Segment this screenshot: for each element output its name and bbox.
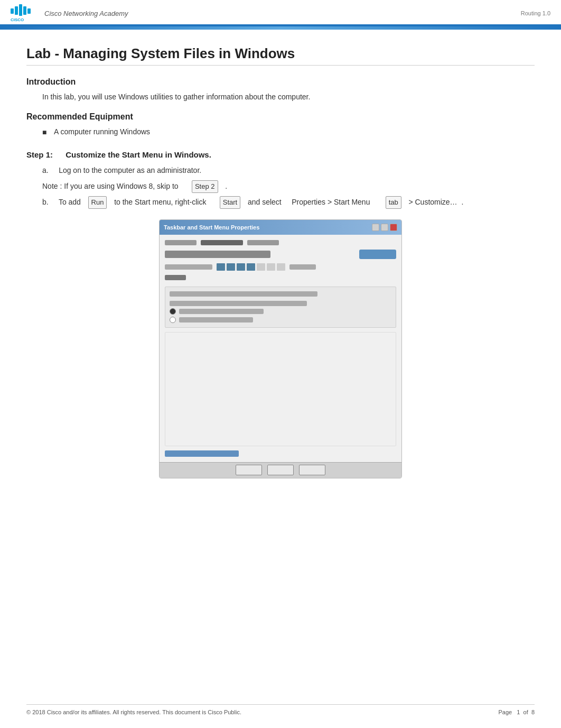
footer-copyright: © 2018 Cisco and/or its affiliates. All … (26, 709, 241, 715)
recommended-equipment-heading: Recommended Equipment (26, 112, 535, 122)
svg-rect-2 (19, 4, 22, 16)
footer-page-total: 8 (531, 709, 535, 715)
cisco-logo-icon: CISCO (11, 4, 38, 22)
mock-action-btn (359, 250, 396, 259)
mock-radio-subtitle (170, 301, 307, 306)
mock-radio2 (170, 317, 391, 323)
introduction-body: In this lab, you will use Windows utilit… (42, 91, 535, 103)
mock-prog2 (227, 263, 235, 271)
mock-prog1 (217, 263, 225, 271)
mock-radio1-label (179, 309, 264, 314)
mock-prog5 (257, 263, 265, 271)
step1-title: Customize the Start Menu in Windows. (66, 150, 211, 159)
mock-tab3 (247, 240, 279, 245)
page-footer: © 2018 Cisco and/or its affiliates. All … (26, 704, 535, 715)
bullet-text-windows: A computer running Windows (54, 126, 150, 137)
mock-prog3 (237, 263, 245, 271)
mock-radio2-label (179, 317, 253, 322)
mock-prog6 (267, 263, 275, 271)
mock-title-text (165, 251, 270, 258)
footer-page-current: 1 (517, 709, 520, 715)
step1a-label: a. (42, 166, 57, 174)
mock-apply-button (299, 465, 325, 475)
note-text: Note : If you are using Windows 8, skip … (42, 182, 179, 190)
mock-title-row (165, 250, 396, 259)
step1a-item: a. Log on to the computer as an administ… (42, 164, 535, 177)
mock-status-val (289, 264, 316, 270)
svg-rect-4 (27, 8, 31, 14)
step2-ref-box: Step 2 (192, 180, 218, 193)
introduction-heading: Introduction (26, 77, 535, 87)
step1b-text-end: > Customize… . (408, 198, 463, 206)
mock-tab2 (201, 240, 243, 245)
tab-box: tab (386, 196, 401, 209)
mock-empty-area (165, 332, 396, 446)
bullet-item-windows: ■ A computer running Windows (42, 126, 535, 138)
mock-radio-group (170, 308, 391, 323)
svg-rect-3 (23, 6, 26, 15)
minimize-btn-icon (372, 224, 379, 231)
main-content: Lab - Managing System Files in Windows I… (0, 30, 561, 521)
mock-status-row (165, 263, 396, 271)
bullet-icon: ■ (42, 126, 50, 138)
footer-page-separator: of (523, 709, 528, 715)
mock-radio2-circle (170, 317, 176, 323)
mock-dialog-footer (160, 462, 401, 478)
document-title: Lab - Managing System Files in Windows (26, 45, 535, 66)
mock-link (165, 450, 239, 457)
mock-radio1 (170, 308, 391, 315)
step1b-text-pre: To add (59, 198, 81, 206)
mock-section-row (165, 275, 396, 280)
footer-page-info: Page 1 of 8 (498, 709, 535, 715)
mock-cancel-button (267, 465, 294, 475)
mock-radio-area (165, 287, 396, 328)
header-title: Cisco Networking Academy (44, 10, 128, 17)
step1b-label: b. (42, 198, 57, 206)
maximize-btn-icon (381, 224, 388, 231)
introduction-text: In this lab, you will use Windows utilit… (42, 91, 535, 103)
step1-label: Step 1: (26, 150, 63, 159)
recommended-equipment-body: ■ A computer running Windows (42, 126, 535, 138)
screenshot-titlebar: Taskbar and Start Menu Properties (160, 220, 401, 235)
mock-status-label (165, 264, 212, 270)
header-left: CISCO Cisco Networking Academy (11, 4, 128, 22)
footer-page-prefix: Page (498, 709, 512, 715)
note-text-after: . (225, 182, 227, 190)
step1-note: Note : If you are using Windows 8, skip … (42, 180, 535, 193)
page-header: CISCO Cisco Networking Academy Routing 1… (0, 0, 561, 26)
screenshot-body (160, 235, 401, 462)
mock-tab-row (165, 240, 396, 245)
mock-ok-button (236, 465, 262, 475)
run-box: Run (88, 196, 107, 209)
mock-prog7 (277, 263, 285, 271)
mock-link-row (165, 450, 396, 457)
mock-tab1 (165, 240, 197, 245)
header-right-text: Routing 1.0 (521, 10, 550, 16)
svg-text:CISCO: CISCO (11, 17, 24, 22)
screenshot-title: Taskbar and Start Menu Properties (164, 224, 259, 231)
start-box: Start (220, 196, 240, 209)
step1a-text: Log on to the computer as an administrat… (59, 166, 201, 174)
step1b-and-select: and select (248, 198, 282, 206)
svg-rect-0 (11, 8, 14, 14)
mock-section-label (165, 275, 186, 280)
titlebar-buttons (372, 224, 397, 231)
step1b-item: b. To add Run to the Start menu, right-c… (42, 196, 535, 209)
mock-prog4 (247, 263, 255, 271)
mock-radio1-circle (170, 308, 176, 315)
mock-progress-bar (217, 263, 285, 271)
step1-heading: Step 1: Customize the Start Menu in Wind… (26, 150, 535, 159)
svg-rect-1 (15, 6, 18, 15)
step1b-path: Properties > Start Menu (292, 198, 370, 206)
mock-radio-title (170, 291, 317, 297)
step1b-text-mid1: to the Start menu, right-click (114, 198, 206, 206)
close-btn-icon (390, 224, 397, 231)
screenshot-container: Taskbar and Start Menu Properties (159, 219, 402, 478)
